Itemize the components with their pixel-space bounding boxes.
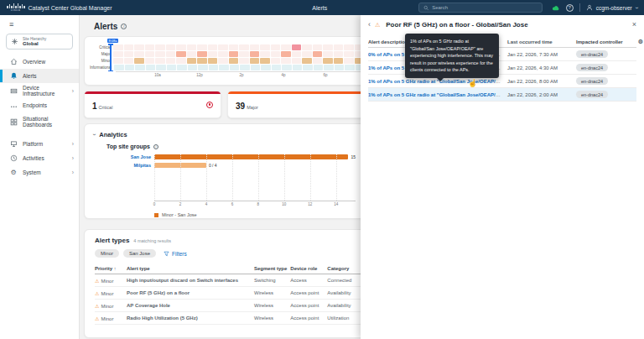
bar-category-label[interactable]: San Jose xyxy=(101,154,151,159)
info-icon[interactable]: i xyxy=(121,23,127,29)
timeline-cell[interactable] xyxy=(292,51,302,57)
timeline-cell[interactable] xyxy=(166,51,176,57)
controller-badge[interactable]: en-dnac24 xyxy=(576,91,608,98)
timeline-cell[interactable] xyxy=(335,65,345,70)
back-chevron-icon[interactable]: ‹ xyxy=(368,21,371,29)
timeline-cell[interactable] xyxy=(260,44,270,50)
controller-badge[interactable]: en-dnac24 xyxy=(576,64,608,71)
timeline-cell[interactable] xyxy=(323,44,333,50)
timeline-cell[interactable] xyxy=(124,58,134,64)
timeline-cell[interactable] xyxy=(250,51,260,57)
timeline-cell[interactable] xyxy=(124,51,134,57)
timeline-cell[interactable] xyxy=(281,58,291,64)
timeline-cell[interactable] xyxy=(345,65,355,70)
timeline-cell[interactable] xyxy=(208,44,218,50)
timeline-cell[interactable] xyxy=(134,51,144,57)
timeline-cell[interactable] xyxy=(219,65,229,70)
timeline-cell[interactable] xyxy=(260,58,270,64)
timeline-cell[interactable] xyxy=(155,51,165,57)
timeline-cell[interactable] xyxy=(239,44,249,50)
search-input[interactable] xyxy=(432,5,538,10)
timeline-cell[interactable] xyxy=(334,51,344,57)
column-category[interactable]: Category xyxy=(327,263,364,274)
sidebar-item-device-infrastructure[interactable]: Device Infrastructure › xyxy=(0,83,79,98)
timeline-cell[interactable] xyxy=(177,65,187,70)
site-hierarchy-selector[interactable]: Site Hierarchy Global xyxy=(6,34,73,50)
timeline-cell[interactable] xyxy=(251,65,261,70)
timeline-cell[interactable] xyxy=(187,44,197,50)
timeline-cell[interactable] xyxy=(271,58,281,64)
timeline-cell[interactable] xyxy=(167,65,177,70)
timeline-cell[interactable] xyxy=(198,65,208,70)
column-device-role[interactable]: Device role xyxy=(290,263,327,274)
timeline-cell[interactable] xyxy=(229,58,239,64)
timeline-cell[interactable] xyxy=(261,65,271,70)
filter-chip-minor[interactable]: Minor xyxy=(95,249,119,258)
timeline-cell[interactable] xyxy=(344,58,354,64)
alert-type-link[interactable]: High input/output discard on Switch inte… xyxy=(127,274,254,287)
sidebar-item-overview[interactable]: Overview xyxy=(0,55,79,69)
timeline-cell[interactable] xyxy=(125,65,135,70)
timeline-cell[interactable] xyxy=(302,58,312,64)
timeline-cell[interactable] xyxy=(188,65,198,70)
timeline-cell[interactable] xyxy=(303,65,313,70)
sidebar-item-activities[interactable]: Activities › xyxy=(0,151,79,165)
timeline-cell[interactable] xyxy=(293,65,303,70)
column-last-occurred-time[interactable]: Last occurred time xyxy=(507,39,576,44)
timeline-cell[interactable] xyxy=(250,44,260,50)
timeline-cell[interactable] xyxy=(176,51,186,57)
timeline-cell[interactable] xyxy=(134,58,144,64)
timeline-cell[interactable] xyxy=(271,44,281,50)
timeline-cell[interactable] xyxy=(166,44,176,50)
timeline-cell[interactable] xyxy=(113,58,123,64)
help-icon[interactable]: ? xyxy=(566,4,574,12)
timeline-cell[interactable] xyxy=(113,44,123,50)
timeline-cell[interactable] xyxy=(146,65,156,70)
timeline-cell[interactable] xyxy=(114,65,124,70)
collapse-chevron-icon[interactable]: › xyxy=(91,133,97,135)
critical-summary-card[interactable]: 1Critical xyxy=(84,91,221,118)
timeline-cell[interactable] xyxy=(313,58,323,64)
timeline-cell[interactable] xyxy=(292,58,302,64)
filter-chip-san-jose[interactable]: San Jose xyxy=(123,249,156,258)
timeline-cell[interactable] xyxy=(155,44,165,50)
timeline-cell[interactable] xyxy=(313,51,323,57)
timeline-cell[interactable] xyxy=(145,44,155,50)
table-settings-gear-icon[interactable]: ⚙ xyxy=(631,39,643,45)
timeline-cell[interactable] xyxy=(218,58,228,64)
timeline-cell[interactable] xyxy=(282,65,292,70)
bar-category-label[interactable]: Milpitas xyxy=(101,163,151,168)
timeline-cell[interactable] xyxy=(239,58,249,64)
column-segment-type[interactable]: Segment type xyxy=(254,263,290,274)
timeline-cell[interactable] xyxy=(208,58,218,64)
timeline-cell[interactable] xyxy=(272,65,282,70)
timeline-cell[interactable] xyxy=(292,44,302,50)
hamburger-menu-icon[interactable]: ≡ xyxy=(0,15,79,32)
timeline-cell[interactable] xyxy=(176,58,186,64)
sidebar-item-platform[interactable]: Platform › xyxy=(0,137,79,151)
timeline-cell[interactable] xyxy=(124,44,134,50)
info-icon[interactable]: i xyxy=(153,144,158,149)
timeline-cell[interactable] xyxy=(229,51,239,57)
timeline-cell[interactable] xyxy=(135,65,145,70)
timeline-cell[interactable] xyxy=(197,51,207,57)
timeline-cell[interactable] xyxy=(187,51,197,57)
timeline-cell[interactable] xyxy=(239,51,249,57)
timeline-cell[interactable] xyxy=(324,65,334,70)
filters-button[interactable]: Filters xyxy=(164,251,187,257)
timeline-cell[interactable] xyxy=(302,44,312,50)
timeline-cell[interactable] xyxy=(281,44,291,50)
timeline-cell[interactable] xyxy=(218,44,228,50)
timeline-cell[interactable] xyxy=(344,44,354,50)
timeline-cell[interactable] xyxy=(314,65,324,70)
timeline-cell[interactable] xyxy=(134,44,144,50)
timeline-cell[interactable] xyxy=(209,65,219,70)
timeline-cell[interactable] xyxy=(302,51,312,57)
controller-badge[interactable]: en-dnac24 xyxy=(576,50,608,58)
timeline-cell[interactable] xyxy=(155,58,165,64)
sidebar-item-alerts[interactable]: Alerts xyxy=(0,69,79,83)
timeline-cell[interactable] xyxy=(250,58,260,64)
timeline-cell[interactable] xyxy=(240,65,250,70)
timeline-cell[interactable] xyxy=(218,51,228,57)
bar-row-milpitas[interactable]: Milpitas 0 / 4 xyxy=(154,163,356,168)
